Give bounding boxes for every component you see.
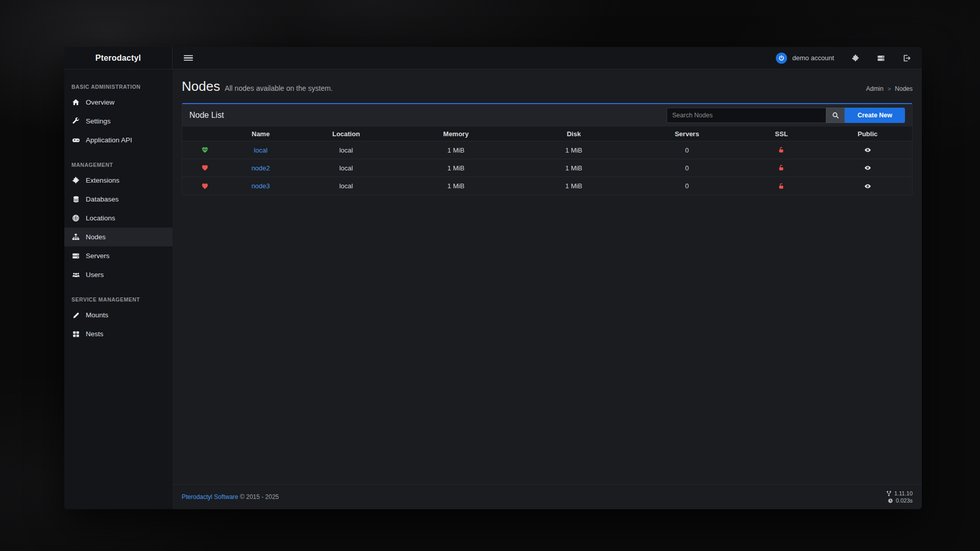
page-title: Nodes [182, 79, 220, 94]
eye-icon[interactable] [823, 183, 912, 190]
breadcrumb-admin[interactable]: Admin [866, 85, 884, 92]
sidebar-item-label: Application API [86, 136, 132, 144]
grid-icon [71, 331, 80, 338]
search-button[interactable] [826, 108, 845, 123]
database-icon [71, 195, 80, 203]
node-list-panel: Node List Create New [182, 103, 913, 195]
footer-link[interactable]: Pterodactyl Software [182, 493, 238, 500]
main-content: Nodes All nodes available on the system.… [173, 69, 922, 484]
cell-servers: 0 [634, 146, 740, 154]
home-icon [71, 98, 80, 106]
sidebar-item-databases[interactable]: Databases [64, 190, 173, 209]
section-label-management: MANAGEMENT [64, 157, 173, 171]
section-label-basic-administration: BASIC ADMINISTRATION [64, 79, 173, 93]
ssl-lock-icon [740, 183, 823, 190]
sidebar-item-label: Nests [86, 330, 104, 338]
cell-disk: 1 MiB [513, 164, 634, 172]
table-row: node3 local 1 MiB 1 MiB 0 [182, 177, 912, 195]
col-memory: Memory [398, 130, 513, 138]
footer-version: 1.11.10 [894, 490, 913, 497]
footer-render-time: 0.023s [896, 497, 913, 504]
servers-shortcut-icon[interactable] [877, 54, 885, 62]
heart-pulse-icon [182, 146, 228, 154]
sidebar-item-label: Extensions [86, 177, 119, 184]
ssl-lock-icon [740, 146, 823, 154]
node-link[interactable]: node2 [252, 164, 270, 172]
sidebar: BASIC ADMINISTRATION Overview Settings [64, 69, 173, 509]
account-label: demo account [792, 54, 834, 62]
cell-servers: 0 [634, 182, 740, 190]
eye-icon[interactable] [823, 164, 912, 171]
users-icon [71, 271, 80, 279]
account-menu[interactable]: demo account [776, 53, 834, 64]
create-new-button[interactable]: Create New [845, 108, 905, 123]
cell-disk: 1 MiB [513, 182, 634, 190]
wrench-icon [71, 117, 80, 125]
ssl-lock-icon [740, 164, 823, 171]
server-icon [71, 252, 80, 260]
cell-memory: 1 MiB [398, 146, 513, 154]
sidebar-item-nodes[interactable]: Nodes [64, 228, 173, 246]
sidebar-item-users[interactable]: Users [64, 265, 173, 284]
node-link[interactable]: node3 [252, 182, 270, 190]
gamepad-icon [71, 136, 80, 144]
heart-icon [182, 164, 228, 171]
sign-out-icon[interactable] [902, 54, 911, 62]
header-right: demo account [776, 53, 911, 64]
col-disk: Disk [513, 130, 634, 138]
page-subtitle: All nodes available on the system. [225, 84, 333, 92]
cell-location: local [294, 182, 398, 190]
col-ssl: SSL [740, 130, 823, 138]
footer: Pterodactyl Software © 2015 - 2025 1.11.… [173, 484, 922, 509]
clock-icon [888, 498, 893, 504]
top-bar: Pterodactyl demo account [64, 47, 922, 69]
sidebar-item-settings[interactable]: Settings [64, 112, 173, 131]
cell-memory: 1 MiB [398, 164, 513, 172]
node-link[interactable]: local [254, 146, 267, 154]
footer-copyright: © 2015 - 2025 [240, 493, 279, 500]
cell-location: local [294, 164, 398, 172]
table-row: local local 1 MiB 1 MiB 0 [182, 141, 912, 159]
col-public: Public [823, 130, 912, 138]
pen-icon [71, 312, 80, 319]
cell-location: local [294, 146, 398, 154]
sidebar-item-label: Settings [86, 117, 111, 125]
eye-icon[interactable] [823, 146, 912, 154]
table-header: Name Location Memory Disk Servers SSL Pu… [182, 127, 912, 141]
globe-icon [71, 214, 80, 222]
heart-icon [182, 183, 228, 190]
breadcrumb: Admin > Nodes [866, 85, 913, 92]
sidebar-item-label: Overview [86, 98, 114, 106]
brand-logo[interactable]: Pterodactyl [64, 47, 173, 69]
hamburger-menu-icon[interactable] [184, 55, 193, 61]
sidebar-item-label: Mounts [86, 311, 108, 319]
breadcrumb-nodes: Nodes [895, 85, 913, 92]
sitemap-icon [71, 233, 80, 241]
col-location: Location [294, 130, 398, 138]
sidebar-item-extensions[interactable]: Extensions [64, 171, 173, 190]
sidebar-item-label: Nodes [86, 233, 106, 241]
app-window: Pterodactyl demo account [64, 47, 922, 509]
sidebar-item-label: Locations [86, 214, 115, 222]
power-icon [778, 55, 785, 61]
cell-servers: 0 [634, 164, 740, 172]
sidebar-item-servers[interactable]: Servers [64, 246, 173, 265]
extensions-icon[interactable] [851, 54, 860, 62]
sidebar-item-label: Databases [86, 195, 119, 203]
search-input[interactable] [667, 108, 826, 123]
sidebar-item-label: Users [86, 271, 104, 279]
code-fork-icon [886, 491, 892, 496]
avatar [776, 53, 787, 64]
cell-disk: 1 MiB [513, 146, 634, 154]
sidebar-item-label: Servers [86, 252, 110, 260]
sidebar-item-locations[interactable]: Locations [64, 209, 173, 228]
sidebar-item-overview[interactable]: Overview [64, 93, 173, 112]
sidebar-item-application-api[interactable]: Application API [64, 131, 173, 149]
col-name: Name [228, 130, 294, 138]
sidebar-item-mounts[interactable]: Mounts [64, 306, 173, 324]
sidebar-item-nests[interactable]: Nests [64, 324, 173, 343]
section-label-service-management: SERVICE MANAGEMENT [64, 291, 173, 306]
breadcrumb-separator: > [888, 86, 891, 92]
panel-title: Node List [189, 111, 224, 120]
search-icon [832, 112, 839, 119]
